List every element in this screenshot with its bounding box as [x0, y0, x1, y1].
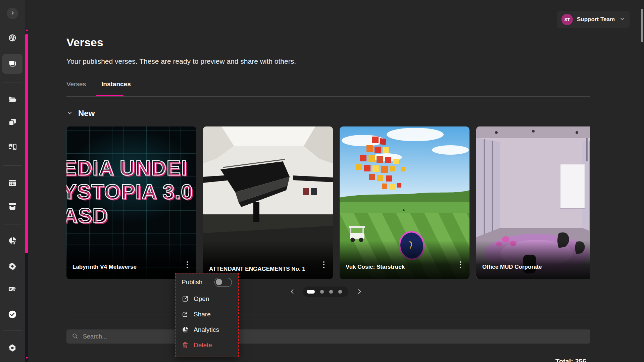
sidebar-item-analytics[interactable]	[0, 232, 25, 251]
sidebar-item-calendar[interactable]	[0, 174, 25, 193]
menu-label: Delete	[194, 342, 212, 349]
layers-icon	[8, 58, 17, 69]
page-dot-3[interactable]	[329, 290, 333, 294]
sidebar-divider	[3, 330, 22, 331]
menu-item-share[interactable]: Share	[176, 307, 238, 322]
menu-label: Share	[194, 311, 211, 318]
copy-icon	[8, 117, 17, 128]
card-more-button[interactable]	[319, 260, 328, 270]
sidebar-divider	[3, 165, 22, 166]
card-title: Vuk Cosic: Starstruck	[346, 263, 446, 271]
archive-box-icon	[8, 202, 17, 212]
card-edit-icon	[8, 284, 17, 295]
publish-toggle[interactable]	[214, 278, 232, 287]
menu-item-analytics[interactable]: Analytics	[176, 322, 238, 338]
gear-icon	[8, 343, 17, 354]
carousel-next-button[interactable]	[355, 286, 364, 297]
sidebar-divider	[3, 224, 22, 224]
sidebar-item-admin-settings[interactable]	[0, 339, 25, 358]
section-divider	[66, 314, 590, 314]
analytics-pie-icon	[182, 326, 189, 333]
sidebar	[0, 0, 25, 362]
page-title: Verses	[66, 36, 103, 49]
devices-icon	[8, 142, 17, 153]
instance-card[interactable]: ATTENDANT ENGAGEMENTS No. 1	[203, 126, 333, 279]
instance-card[interactable]: Office MUD Corporate	[476, 126, 590, 279]
analytics-pie-icon	[8, 236, 17, 247]
user-name: Support Team	[577, 16, 615, 23]
card-title: Office MUD Corporate	[482, 263, 583, 271]
card-title: ATTENDANT ENGAGEMENTS No. 1	[209, 265, 310, 273]
share-icon	[182, 311, 189, 318]
card-title: Labyrinth V4 Metaverse	[72, 263, 173, 271]
sidebar-expand-button[interactable]	[7, 8, 18, 19]
section-title: New	[78, 109, 95, 118]
sidebar-item-archive[interactable]	[0, 198, 25, 216]
card-footer-overlay	[476, 241, 590, 279]
scrollbar-thumb[interactable]	[25, 34, 28, 253]
calendar-icon	[8, 178, 17, 189]
instance-card[interactable]: Vuk Cosic: Starstruck	[340, 126, 469, 279]
sidebar-item-explore[interactable]	[0, 30, 25, 48]
sidebar-item-devices[interactable]	[0, 138, 25, 157]
publish-label: Publish	[182, 278, 202, 286]
search-bar	[66, 329, 590, 344]
chevron-down-icon	[620, 16, 625, 23]
globe-search-icon	[8, 34, 17, 44]
scroll-down-arrow[interactable]	[25, 354, 28, 362]
sidebar-divider	[3, 83, 22, 83]
sidebar-item-approvals[interactable]	[0, 306, 25, 324]
sidebar-item-copies[interactable]	[0, 113, 25, 132]
page-dot-1[interactable]	[307, 290, 315, 294]
chevron-down-icon	[66, 110, 73, 117]
open-external-icon	[182, 295, 189, 303]
instance-card[interactable]: EDIA UNDEI YSTOPIA 3.0 ASD Labyrinth V4 …	[66, 126, 196, 279]
avatar: ST	[561, 14, 573, 25]
section-header-new[interactable]: New	[66, 109, 95, 118]
card-more-button[interactable]	[456, 260, 465, 270]
sidebar-item-settings[interactable]	[0, 258, 25, 276]
carousel-prev-button[interactable]	[288, 286, 297, 297]
menu-item-publish[interactable]: Publish	[176, 273, 238, 291]
gear-icon	[8, 262, 17, 272]
trash-icon	[182, 342, 189, 349]
card-context-menu: Publish Open Share	[175, 273, 239, 357]
sidebar-item-notes[interactable]	[0, 280, 25, 299]
menu-label: Analytics	[194, 326, 219, 333]
page-dot-2[interactable]	[320, 290, 324, 294]
page-dot-4[interactable]	[338, 290, 342, 294]
menu-label: Open	[194, 295, 209, 303]
search-icon	[72, 333, 78, 341]
window-scrollbar-thumb[interactable]	[641, 9, 643, 42]
tab-verses[interactable]: Verses	[66, 81, 86, 88]
user-menu-button[interactable]: ST Support Team	[557, 11, 630, 28]
check-circle-icon	[8, 310, 17, 320]
total-count: Total: 256	[555, 358, 586, 362]
sidebar-item-files[interactable]	[0, 91, 25, 109]
sidebar-scrollbar[interactable]	[25, 26, 28, 362]
tab-bar-border	[66, 96, 590, 97]
card-more-button[interactable]	[183, 260, 192, 270]
tab-instances[interactable]: Instances	[101, 81, 131, 88]
sidebar-item-verses-selected[interactable]	[2, 54, 22, 74]
carousel-page-dots	[303, 287, 348, 297]
instances-carousel: EDIA UNDEI YSTOPIA 3.0 ASD Labyrinth V4 …	[66, 126, 590, 279]
window-scrollbar-track[interactable]	[641, 0, 644, 362]
search-input[interactable]	[82, 333, 585, 341]
page-subtitle: Your published verses. These are ready t…	[66, 57, 296, 65]
chevron-right-icon	[10, 10, 15, 17]
menu-item-open[interactable]: Open	[176, 291, 238, 307]
card-footer-overlay	[340, 241, 469, 279]
folder-icon	[8, 95, 17, 105]
card-art-text: EDIA UNDEI YSTOPIA 3.0 ASD	[66, 156, 193, 228]
menu-item-delete[interactable]: Delete	[176, 338, 238, 353]
scroll-up-arrow[interactable]	[25, 26, 28, 34]
tab-bar: Verses Instances	[66, 81, 131, 88]
